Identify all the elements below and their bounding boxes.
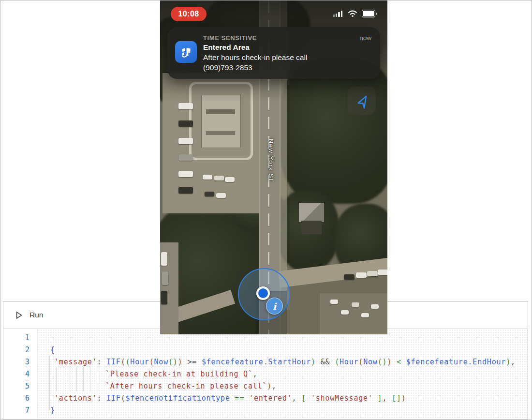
line-number: 4: [10, 368, 30, 380]
info-button[interactable]: i: [266, 298, 283, 315]
code-token: (: [335, 358, 340, 366]
code-token: `After hours check-in please call`: [105, 382, 267, 390]
code-token: Now: [154, 358, 169, 366]
car: [178, 154, 193, 161]
parking-lot: [320, 293, 387, 334]
code-token: >=: [183, 358, 202, 366]
code-token: (: [358, 358, 363, 366]
car: [178, 187, 193, 194]
notification-title: Entered Area: [203, 43, 250, 52]
code-token: (: [149, 358, 154, 366]
building-detail: [206, 109, 235, 114]
info-icon: i: [273, 301, 276, 312]
code-token: ): [387, 358, 392, 366]
screen-recording-time-pill[interactable]: 10:08: [171, 7, 207, 21]
code-token: ==: [230, 394, 249, 403]
code-token: (: [168, 358, 173, 366]
car: [356, 272, 367, 278]
car: [178, 138, 193, 144]
code-token: :: [97, 394, 106, 403]
status-icons: [333, 8, 377, 19]
car: [178, 120, 193, 127]
code-token: 'actions': [54, 394, 97, 403]
code-token: (: [378, 358, 383, 366]
code-token: $fencefeature.EndHour: [406, 358, 506, 366]
code-token: (: [126, 358, 131, 366]
car: [203, 175, 212, 180]
code-token: 'message': [54, 358, 97, 366]
code-line[interactable]: 'message': IIF((Hour(Now()) >= $fencefea…: [38, 356, 528, 368]
code-token: `Please check-in at building Q`: [105, 370, 253, 378]
street-label: New York St: [267, 130, 275, 190]
line-number: 7: [10, 405, 30, 417]
code-line[interactable]: }: [38, 405, 528, 417]
code-token: ): [311, 358, 316, 366]
code-line[interactable]: 'actions': IIF($fencenotificationtype ==…: [38, 392, 528, 405]
run-icon[interactable]: [15, 311, 23, 319]
line-number: 2: [10, 344, 30, 356]
car: [161, 291, 167, 304]
notification-body-line1: After hours check-in please call: [203, 53, 307, 62]
notification-timestamp: now: [359, 34, 371, 42]
code-line[interactable]: `Please check-in at building Q`,: [38, 368, 528, 380]
location-dot-core: [258, 288, 268, 298]
code-token: ): [173, 358, 178, 366]
car: [178, 171, 193, 177]
code-token: ): [267, 382, 272, 390]
code-token: <: [392, 358, 406, 366]
code-token: ,: [382, 394, 392, 403]
code-token: $fencenotificationtype: [126, 394, 230, 403]
code-token: ): [506, 358, 511, 366]
code-token: :: [97, 358, 106, 366]
code-token: (: [121, 358, 126, 366]
code-editor-area[interactable]: {'message': IIF((Hour(Now()) >= $fencefe…: [38, 329, 528, 420]
code-token: 'entered': [249, 394, 292, 403]
car: [225, 177, 235, 182]
code-token: (: [121, 394, 126, 403]
code-token: ,: [292, 394, 302, 403]
code-token: ): [401, 394, 406, 403]
code-token: ): [178, 358, 183, 366]
push-notification[interactable]: TIME SENSITIVE Entered Area After hours …: [167, 27, 380, 79]
current-location-dot: [256, 286, 270, 300]
battery-icon: [362, 10, 377, 17]
code-token: ,: [253, 370, 258, 378]
line-number: 6: [10, 392, 30, 405]
code-line[interactable]: `After hours check-in please call`),: [38, 380, 528, 392]
house-body: [301, 221, 322, 234]
code-token: ,: [272, 382, 277, 390]
line-number-gutter: 1234567: [3, 329, 38, 420]
notification-body-line2: (909)793-2853: [203, 63, 252, 72]
code-token: ]: [373, 394, 383, 403]
car: [352, 302, 359, 307]
car: [162, 271, 168, 285]
car: [361, 313, 369, 317]
car: [371, 304, 379, 309]
code-token: Now: [363, 358, 378, 366]
code-line[interactable]: {: [38, 344, 528, 356]
line-number: 1: [10, 332, 30, 344]
car: [330, 300, 338, 304]
phone-screen: i New York St 10:08: [160, 0, 387, 334]
car: [344, 274, 355, 280]
wifi-icon: [348, 10, 357, 17]
code-token: ,: [511, 358, 516, 366]
screenshot-frame: i New York St 10:08: [0, 0, 532, 420]
code-token: ): [383, 358, 387, 366]
field-maps-glyph: [179, 45, 193, 60]
car: [214, 176, 224, 180]
notification-category: TIME SENSITIVE: [203, 34, 257, 42]
code-token: Hour: [130, 358, 149, 366]
building-roof: [201, 95, 241, 148]
code-token: []: [392, 394, 401, 403]
code-token: &&: [316, 358, 335, 366]
run-button[interactable]: Run: [30, 311, 43, 319]
code-token: $fencefeature.StartHour: [202, 358, 311, 366]
code-token: IIF: [106, 358, 121, 366]
line-number: 3: [10, 356, 30, 368]
car: [367, 271, 378, 276]
car: [341, 310, 349, 315]
code-token: Hour: [340, 358, 358, 366]
code-token: }: [50, 406, 55, 415]
line-number: 5: [10, 380, 30, 392]
